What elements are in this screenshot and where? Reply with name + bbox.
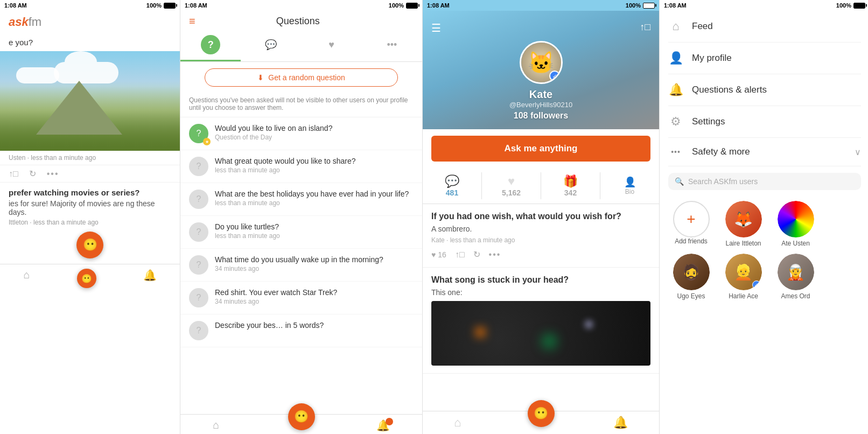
emoji-center-btn[interactable]: 😶 [288, 403, 315, 430]
random-question-btn[interactable]: ⬇ Get a random question [205, 68, 398, 87]
anon-avatar: ? [189, 157, 208, 176]
menu-item-my-profile[interactable]: 👤 My profile [668, 43, 861, 74]
tab-questions[interactable]: ? [180, 30, 241, 61]
panel-feed: 1:08 AM 100% askfm e you? Usten · less t… [0, 0, 180, 434]
battery-p1: 100% [146, 2, 162, 9]
add-friends-item[interactable]: + Add friends [668, 201, 714, 247]
question-text: Would you like to live on an island? [215, 124, 414, 132]
more-icon-feed[interactable]: ••• [489, 250, 501, 260]
question-content: Red shirt. You ever watch Star Trek? 34 … [215, 288, 414, 305]
list-item[interactable]: ? Red shirt. You ever watch Star Trek? 3… [180, 282, 422, 314]
hamburger-icon[interactable]: ≡ [189, 15, 195, 27]
menu-item-settings[interactable]: ⚙ Settings [668, 106, 861, 138]
question-icon: ? [208, 39, 214, 51]
list-item[interactable]: ? What great quote would you like to sha… [180, 150, 422, 183]
nav-home[interactable]: ⌂ [23, 269, 30, 288]
feed-actions: ♥ 16 ↑□ ↻ ••• [431, 249, 650, 260]
nav-bell[interactable]: 🔔 [143, 269, 157, 288]
menu-item-feed[interactable]: ⌂ Feed [668, 11, 861, 43]
gear-icon-menu: ⚙ [668, 115, 683, 129]
friend-item[interactable]: 🧝 Ames Ord [773, 254, 818, 300]
qotd-icon: ? [197, 129, 201, 138]
menu-item-safety[interactable]: ••• Safety & more ∨ [668, 138, 861, 166]
stat-answers[interactable]: 💬 481 [423, 172, 482, 199]
stat-likes[interactable]: ♥ 5,162 [482, 172, 541, 199]
battery-p4: 100% [836, 2, 851, 9]
list-item[interactable]: ? What time do you usually wake up in th… [180, 249, 422, 282]
post-author: Ittleton · less than a minute ago [9, 219, 171, 226]
question-meta: Question of the Day [215, 134, 414, 141]
question-content: What great quote would you like to share… [215, 157, 414, 174]
share-icon[interactable]: ↑□ [9, 169, 18, 179]
friend-avatar: 👱 ✓ [725, 254, 762, 290]
battery-p3: 100% [626, 2, 641, 9]
status-bar-p2: 1:08 AM 100% [180, 0, 422, 11]
refresh-icon[interactable]: ↻ [29, 169, 36, 179]
battery-icon-p1 [164, 3, 176, 9]
question-text: Do you like turtles? [215, 222, 414, 231]
add-friends-label: Add friends [675, 237, 708, 245]
friend-item[interactable]: 🦊 Laire Ittleton [720, 201, 766, 247]
friend-name: Laire Ittleton [725, 240, 761, 247]
more-icon[interactable]: ••• [47, 169, 59, 179]
search-icon: 🔍 [675, 177, 684, 186]
friend-item[interactable]: 👱 ✓ Harlie Ace [720, 254, 766, 300]
question-text: What great quote would you like to share… [215, 157, 414, 165]
menu-icon-p3[interactable]: ☰ [431, 22, 441, 34]
list-item[interactable]: ? Do you like turtles? less than a minut… [180, 216, 422, 249]
friend-avatar [778, 201, 814, 237]
post-meta-top: Usten · less than a minute ago [0, 151, 180, 165]
post-text-block: prefer watching movies or series? ies fo… [0, 183, 180, 232]
feed-question: What song is stuck in your head? [431, 275, 650, 285]
battery-p2: 100% [389, 2, 404, 9]
gifts-icon: 🎁 [563, 174, 578, 188]
share-icon-feed[interactable]: ↑□ [455, 250, 465, 260]
anon-avatar: ? [189, 288, 208, 307]
friend-avatar: 🧝 [778, 254, 814, 290]
emoji-center-btn-p3[interactable]: 😶 [528, 400, 555, 427]
friend-avatar-img [778, 201, 814, 237]
profile-avatar: 🐱 ✓ [520, 41, 563, 84]
like-count[interactable]: ♥ 16 [431, 250, 446, 259]
nav-bell-p2[interactable]: 🔔 [376, 419, 390, 432]
tab-hearts[interactable]: ♥ [302, 30, 362, 61]
time-p1: 1:08 AM [4, 2, 27, 9]
list-item[interactable]: ? Describe your bes… in 5 words? [180, 314, 422, 347]
tab-more[interactable]: ••• [362, 30, 422, 61]
refresh-icon-feed[interactable]: ↻ [473, 249, 480, 260]
question-text: What time do you usually wake up in the … [215, 255, 414, 264]
bell-icon-p3[interactable]: 🔔 [613, 416, 628, 430]
friend-avatar: 🦊 [725, 201, 762, 237]
question-meta: less than a minute ago [215, 199, 414, 207]
ask-me-anything-btn[interactable]: Ask me anything [431, 136, 650, 162]
status-bar-p3: 1:08 AM 100% [423, 0, 659, 11]
stat-gifts[interactable]: 🎁 342 [541, 172, 600, 199]
nav-emoji[interactable]: 😶 [77, 269, 96, 288]
dots-icon-menu: ••• [668, 148, 683, 156]
profile-name: Kate [529, 88, 552, 101]
question-meta: 34 minutes ago [215, 298, 414, 305]
home-icon-p3[interactable]: ⌂ [454, 416, 461, 430]
profile-feed: If you had one wish, what would you wish… [423, 204, 659, 411]
feed-answer: A sombrero. [431, 225, 650, 233]
menu-item-questions-alerts[interactable]: 🔔 Questions & alerts [668, 74, 861, 106]
emoji-btn[interactable]: 😶 [77, 269, 96, 288]
panel-menu: 1:08 AM 100% ⌂ Feed 👤 My profile 🔔 Quest… [660, 0, 868, 434]
list-item[interactable]: ? ★ Would you like to live on an island?… [180, 117, 422, 150]
search-placeholder: Search ASKfm users [688, 177, 758, 186]
answers-icon: 💬 [445, 174, 459, 188]
time-p2: 1:08 AM [185, 2, 207, 9]
tab-comments[interactable]: 💬 [241, 30, 301, 61]
question-text: What are the best holidays you have ever… [215, 190, 414, 198]
friend-item[interactable]: 🧔 Ugo Eyes [668, 254, 714, 300]
friends-row: + Add friends 🦊 Laire Ittleton Ate Usten [668, 201, 861, 247]
share-icon-p3[interactable]: ↑□ [640, 22, 650, 34]
menu-label-questions: Questions & alerts [692, 85, 861, 95]
stat-bio[interactable]: 👤 Bio [600, 172, 659, 199]
search-bar[interactable]: 🔍 Search ASKfm users [668, 173, 861, 190]
random-btn-label: Get a random question [268, 73, 345, 82]
add-friends-btn[interactable]: + [673, 201, 710, 237]
list-item[interactable]: ? What are the best holidays you have ev… [180, 183, 422, 216]
nav-home-p2[interactable]: ⌂ [213, 419, 219, 432]
friend-item[interactable]: Ate Usten [773, 201, 818, 247]
